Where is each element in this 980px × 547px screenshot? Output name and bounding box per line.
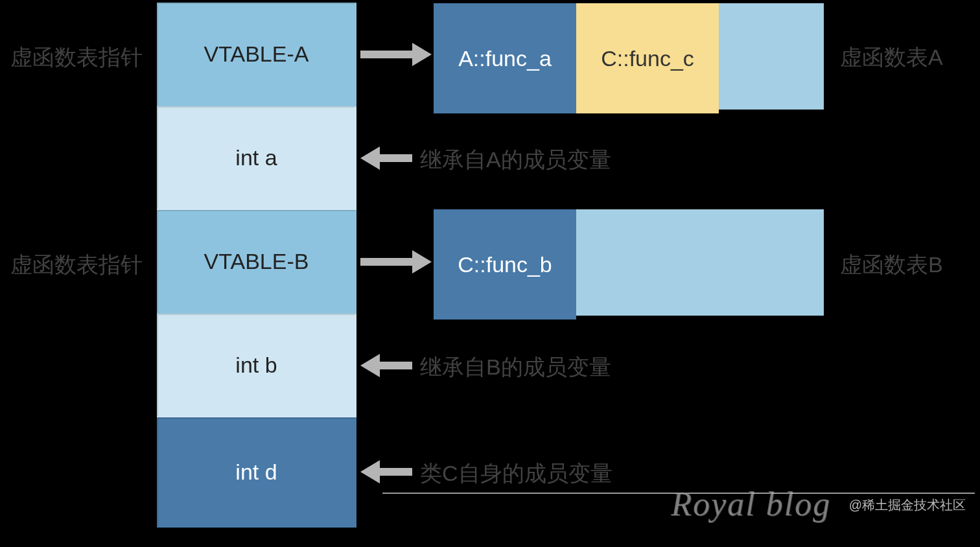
ghost-note-int-b: 继承自B的成员变量 xyxy=(420,353,611,382)
arrow-note-int-a xyxy=(360,150,412,166)
diagram-canvas: VTABLE-A int a VTABLE-B int b int d A::f… xyxy=(0,0,980,547)
stack-label: int a xyxy=(235,145,277,170)
vtable-a-func-a: A::func_a xyxy=(434,3,576,113)
stack-cell-vtable-a: VTABLE-A xyxy=(157,3,356,106)
ghost-right-top: 虚函数表A xyxy=(840,43,943,73)
stack-label: int d xyxy=(235,460,277,485)
stack-cell-int-d: int d xyxy=(157,417,356,528)
ghost-note-int-d: 类C自身的成员变量 xyxy=(420,459,612,489)
arrow-vtable-a-to-table xyxy=(360,47,432,62)
arrow-vtable-b-to-table xyxy=(360,254,432,270)
arrow-shaft xyxy=(360,51,414,58)
vtable-a-row: A::func_a C::func_c xyxy=(432,1,826,111)
ghost-right-mid: 虚函数表B xyxy=(840,250,943,280)
stack-label: VTABLE-B xyxy=(204,249,309,274)
arrow-shaft xyxy=(379,468,412,476)
stack-cell-vtable-b: VTABLE-B xyxy=(157,210,356,314)
arrow-shaft xyxy=(379,154,412,162)
vtable-b-func-b: C::func_b xyxy=(434,209,576,320)
arrow-head-left-icon xyxy=(360,146,380,170)
arrow-shaft xyxy=(360,258,414,266)
arrow-head-left-icon xyxy=(360,460,380,483)
arrow-head-right-icon xyxy=(412,43,432,66)
stack-cell-int-b: int b xyxy=(157,314,356,417)
vtable-a-func-c: C::func_c xyxy=(576,3,719,113)
stack-label: VTABLE-A xyxy=(204,41,309,67)
watermark-big: Royal blog xyxy=(671,485,831,523)
vtable-cell-label: A::func_a xyxy=(458,46,552,71)
watermark-small: @稀土掘金技术社区 xyxy=(849,496,966,514)
ghost-left-mid: 虚函数表指针 xyxy=(10,250,143,280)
stack-cell-int-a: int a xyxy=(157,106,356,210)
arrow-shaft xyxy=(379,362,412,369)
vtable-cell-label: C::func_b xyxy=(458,252,552,277)
vtable-b-row: C::func_b xyxy=(432,207,826,318)
stack-label: int b xyxy=(235,353,277,378)
arrow-head-left-icon xyxy=(360,354,380,377)
ghost-left-top: 虚函数表指针 xyxy=(10,43,143,73)
ghost-note-int-a: 继承自A的成员变量 xyxy=(420,145,611,175)
arrow-note-int-b xyxy=(360,358,412,373)
arrow-head-right-icon xyxy=(412,250,432,274)
vtable-cell-label: C::func_c xyxy=(601,46,694,71)
arrow-note-int-d xyxy=(360,464,412,480)
